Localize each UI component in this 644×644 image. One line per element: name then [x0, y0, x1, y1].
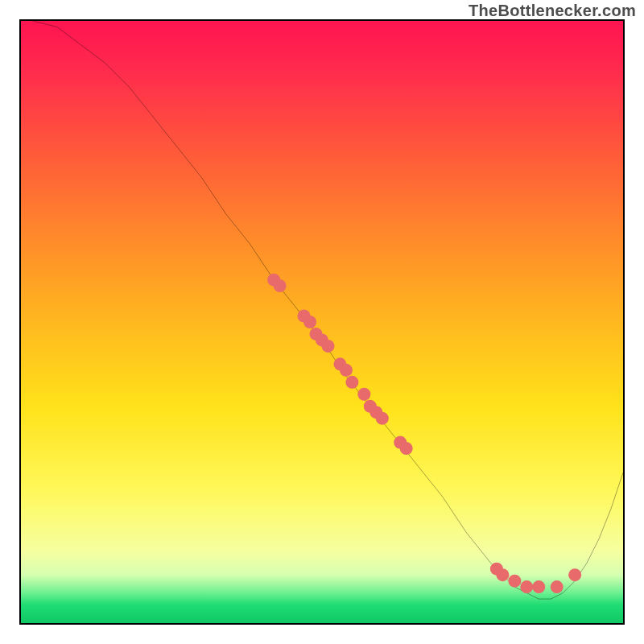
marker-point: [496, 568, 509, 581]
marker-point: [551, 580, 564, 593]
bottleneck-curve: [33, 21, 623, 599]
marker-point: [357, 388, 370, 401]
markers-layer: [267, 274, 581, 593]
marker-point: [508, 575, 521, 588]
chart-svg: [21, 21, 623, 623]
marker-point: [532, 580, 545, 593]
marker-point: [321, 340, 334, 353]
marker-point: [376, 412, 389, 425]
marker-point: [340, 364, 353, 377]
plot-area: [19, 19, 625, 625]
marker-point: [520, 580, 533, 593]
marker-point: [400, 442, 413, 455]
attribution-label: TheBottlenecker.com: [469, 2, 636, 20]
chart-frame: TheBottlenecker.com: [0, 0, 644, 644]
marker-point: [303, 316, 316, 328]
marker-point: [568, 568, 581, 581]
curve-layer: [33, 21, 623, 599]
marker-point: [274, 279, 287, 292]
marker-point: [345, 376, 358, 389]
